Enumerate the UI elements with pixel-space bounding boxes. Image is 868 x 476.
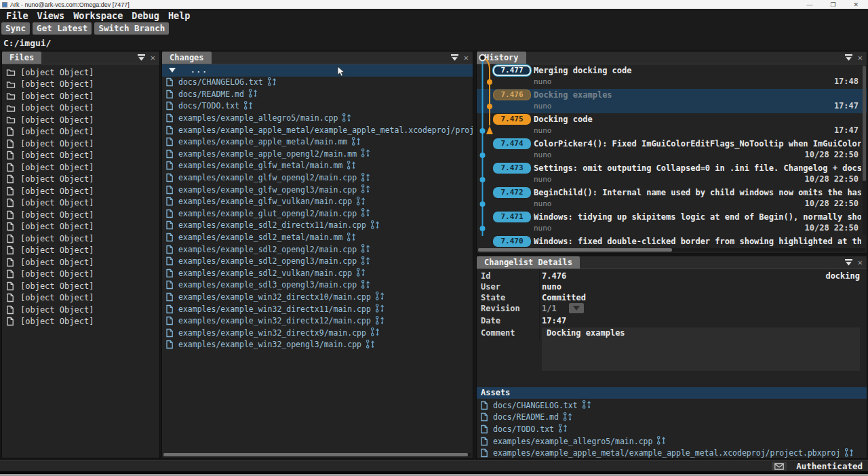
changed-file-row[interactable]: examples/example_apple_metal/main.mm [162, 136, 473, 148]
changed-file-row[interactable]: examples/example_win32_directx9/main.cpp [162, 327, 473, 339]
file-tree-item[interactable]: [object Object] [2, 280, 159, 292]
minimize-button[interactable]: — [806, 1, 812, 8]
changed-file-row[interactable]: docs/CHANGELOG.txt [162, 77, 473, 89]
diff-icon [375, 315, 384, 327]
menu-item[interactable]: Debug [132, 10, 159, 21]
commit-row[interactable]: 7.477 Merging docking code nuno 17:48 [477, 64, 867, 89]
maximize-button[interactable]: ❐ [830, 1, 835, 8]
revision-dropdown[interactable] [569, 303, 584, 313]
asset-row[interactable]: docs/TODO.txt [477, 423, 867, 435]
tab-history[interactable]: History [477, 52, 526, 64]
diff-icon [351, 136, 361, 148]
file-tree-item[interactable]: [object Object] [2, 256, 159, 269]
changed-file-row[interactable]: examples/example_glfw_opengl2/main.cpp [162, 172, 473, 184]
asset-row[interactable]: examples/example_apple_metal/example_app… [477, 447, 867, 458]
changed-file-row[interactable]: examples/example_win32_directx12/main.cp… [162, 315, 473, 327]
filter-icon[interactable] [844, 258, 853, 266]
commit-row[interactable]: 7.476 Docking examples nuno 17:47 [477, 89, 867, 113]
toolbar-button[interactable]: Switch Branch [94, 22, 169, 35]
history-h-scrollbar[interactable] [478, 248, 865, 252]
changed-file-row[interactable]: docs/TODO.txt [162, 100, 473, 113]
commit-row[interactable]: 7.475 Docking code nuno 17:47 [477, 113, 867, 138]
close-panel-icon[interactable]: ✕ [151, 54, 155, 62]
file-tree-item[interactable]: [object Object] [2, 161, 159, 174]
diff-icon [844, 448, 854, 458]
changed-file-row[interactable]: examples/example_glfw_metal/main.mm [162, 160, 473, 172]
file-tree-item[interactable]: [object Object] [2, 138, 159, 150]
file-tree-item[interactable]: [object Object] [2, 304, 159, 316]
tab-files[interactable]: Files [2, 52, 41, 64]
menu-item[interactable]: Views [37, 10, 65, 21]
changed-file-row[interactable]: examples/example_allegro5/main.cpp [162, 112, 473, 124]
changed-file-row[interactable]: examples/example_win32_opengl3/main.cpp [162, 339, 473, 351]
changed-file-row[interactable]: examples/example_sdl3_opengl3/main.cpp [162, 279, 473, 292]
commit-title: Merging docking code [534, 64, 861, 77]
changed-file-path: examples/example_win32_directx9/main.cpp [178, 328, 366, 338]
file-tree-item[interactable]: [object Object] [2, 185, 159, 197]
changed-file-path: examples/example_glfw_vulkan/main.cpp [178, 197, 352, 206]
file-tree-item[interactable]: [object Object] [2, 114, 159, 126]
menu-item[interactable]: File [6, 10, 28, 21]
scrollbar-handle[interactable] [478, 248, 672, 252]
menu-item[interactable]: Workspace [73, 10, 123, 21]
file-tree-item[interactable]: [object Object] [2, 150, 159, 162]
changed-file-row[interactable]: examples/example_glfw_opengl3/main.cpp [162, 184, 473, 196]
close-panel-icon[interactable]: ✕ [858, 258, 863, 266]
commit-row[interactable]: 7.473 Settings: omit outputing Collapsed… [477, 162, 867, 186]
file-tree-item[interactable]: [object Object] [2, 233, 159, 245]
filter-icon[interactable] [137, 54, 146, 62]
changed-file-row[interactable]: examples/example_glfw_vulkan/main.cpp [162, 195, 473, 207]
scrollbar-handle[interactable] [163, 453, 468, 456]
mail-icon[interactable] [772, 462, 787, 471]
changed-file-row[interactable]: examples/example_sdl2_opengl3/main.cpp [162, 255, 473, 267]
close-panel-icon[interactable]: ✕ [858, 54, 863, 62]
file-tree-item[interactable]: [object Object] [2, 102, 159, 115]
file-tree-item[interactable]: [object Object] [2, 79, 159, 91]
file-tree-item[interactable]: [object Object] [2, 245, 159, 257]
close-panel-icon[interactable]: ✕ [464, 54, 469, 62]
commit-row[interactable]: 7.474 ColorPicker4(): Fixed ImGuiColorEd… [477, 138, 867, 162]
file-tree-item[interactable]: [object Object] [2, 269, 159, 281]
changed-file-row[interactable]: examples/example_sdl2_metal/main.mm [162, 231, 473, 243]
filter-icon[interactable] [844, 54, 853, 62]
file-tree-item[interactable]: [object Object] [2, 126, 159, 138]
commit-row[interactable]: 7.472 BeginChild(): Internal name used b… [477, 186, 867, 211]
file-tree-item[interactable]: [object Object] [2, 221, 159, 233]
tree-expander-icon[interactable] [169, 68, 176, 73]
changed-file-row[interactable]: examples/example_sdl2_directx11/main.cpp [162, 220, 473, 232]
file-tree-item[interactable]: [object Object] [2, 90, 159, 102]
asset-path: examples/example_apple_metal/example_app… [493, 448, 840, 458]
changed-file-row[interactable]: examples/example_win32_directx10/main.cp… [162, 291, 473, 303]
changed-file-row[interactable]: examples/example_glut_opengl2/main.cpp [162, 207, 473, 220]
scrollbar-handle[interactable] [863, 66, 866, 181]
menu-item[interactable]: Help [168, 10, 191, 21]
changed-file-row[interactable]: examples/example_sdl2_vulkan/main.cpp [162, 267, 473, 279]
file-tree-item[interactable]: [object Object] [2, 174, 159, 186]
file-tree-item[interactable]: [object Object] [2, 66, 159, 79]
tab-changes[interactable]: Changes [162, 52, 212, 64]
toolbar-button[interactable]: Get Latest [33, 22, 92, 35]
changed-file-row[interactable]: docs/README.md [162, 88, 473, 100]
file-tree-item[interactable]: [object Object] [2, 316, 159, 328]
close-button[interactable]: ✕ [853, 1, 859, 8]
changed-file-row[interactable]: examples/example_win32_directx11/main.cp… [162, 303, 473, 315]
toolbar-button[interactable]: Sync [1, 22, 30, 35]
changed-file-row[interactable]: examples/example_sdl2_opengl2/main.cpp [162, 243, 473, 256]
file-tree-item[interactable]: [object Object] [2, 292, 159, 304]
comment-field[interactable]: Docking examples [542, 328, 860, 371]
asset-row[interactable]: examples/example_allegro5/main.cpp [477, 435, 867, 448]
changed-file-row[interactable]: examples/example_apple_metal/example_app… [162, 124, 473, 136]
file-type-icon [6, 127, 16, 136]
asset-row[interactable]: docs/README.md [477, 412, 867, 424]
changed-file-row[interactable]: examples/example_apple_opengl2/main.mm [162, 148, 473, 160]
file-tree-item[interactable]: [object Object] [2, 197, 159, 210]
commit-row[interactable]: 7.470 Windows: fixed double-clicked bord… [477, 235, 867, 249]
changes-h-scrollbar[interactable] [163, 453, 471, 456]
history-v-scrollbar[interactable] [863, 66, 866, 235]
changes-root-row[interactable]: ... [162, 64, 473, 77]
asset-row[interactable]: docs/CHANGELOG.txt [477, 399, 867, 412]
filter-icon[interactable] [450, 54, 459, 62]
tab-changelist-details[interactable]: Changelist Details [477, 256, 580, 269]
commit-row[interactable]: 7.471 Windows: tidying up skipitems logi… [477, 211, 867, 235]
file-tree-item[interactable]: [object Object] [2, 209, 159, 221]
